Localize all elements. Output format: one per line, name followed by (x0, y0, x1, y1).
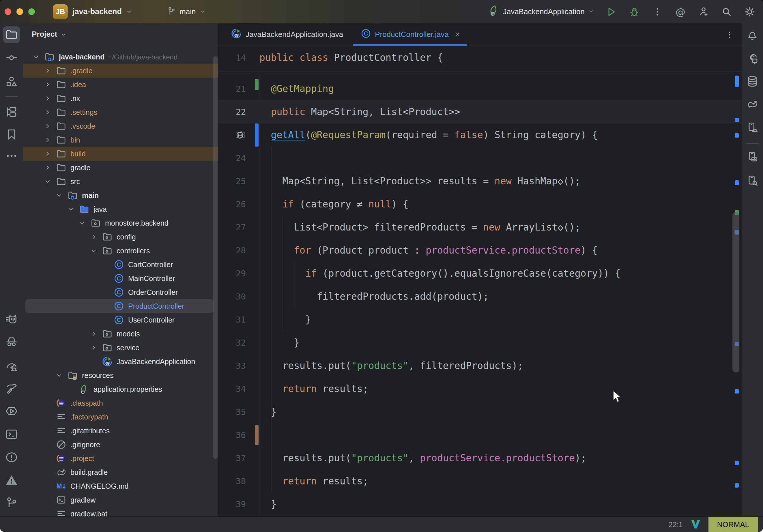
structure-icon[interactable] (3, 73, 20, 90)
zoom-window-button[interactable] (28, 8, 35, 15)
tree-item-service[interactable]: service (23, 341, 218, 355)
code-line-36[interactable]: 36 (218, 424, 742, 447)
cat-icon[interactable] (3, 311, 20, 328)
chevron-collapsed-icon[interactable] (43, 93, 53, 103)
profiler-icon[interactable] (3, 358, 20, 375)
tree-item-build[interactable]: build (23, 147, 218, 161)
tree-item--project[interactable]: .project (23, 452, 218, 465)
ideavim-v-icon[interactable] (690, 519, 701, 531)
tree-item--nx[interactable]: .nx (23, 91, 218, 105)
line-number[interactable]: 31 (218, 308, 258, 331)
tree-item-javabackendapplication[interactable]: JavaBackendApplication (23, 355, 218, 369)
tree-item-build-gradle[interactable]: build.gradle (23, 465, 218, 479)
line-number[interactable]: 30 (218, 285, 258, 308)
line-number[interactable]: 22 (218, 100, 258, 124)
code-line-30[interactable]: 30 filteredProducts.add(product); (218, 285, 742, 308)
line-number[interactable]: 34 (218, 377, 258, 400)
tree-item-application-properties[interactable]: application.properties (23, 382, 218, 396)
line-number[interactable]: 28 (218, 239, 258, 262)
close-window-button[interactable] (5, 8, 11, 15)
line-number[interactable]: 25 (218, 170, 258, 193)
minimize-window-button[interactable] (16, 8, 23, 15)
editor-options-kebab-icon[interactable] (724, 29, 735, 41)
chevron-collapsed-icon[interactable] (89, 343, 99, 353)
tree-item--gitignore[interactable]: .gitignore (23, 438, 218, 452)
chevron-expanded-icon[interactable] (43, 176, 53, 186)
editor-tab-javabackendapplication-java[interactable]: JavaBackendApplication.java (222, 23, 352, 46)
device-explorer-icon[interactable] (744, 172, 761, 189)
run-configuration-selector[interactable]: JavaBackendApplication (489, 5, 595, 19)
code-line-26[interactable]: 26 if (category ≠ null) { (218, 193, 742, 216)
tree-item-resources[interactable]: resources (23, 369, 218, 382)
editor-tab-productcontroller-java[interactable]: CProductController.java× (352, 23, 468, 46)
database-icon[interactable] (744, 73, 761, 90)
project-panel-header[interactable]: Project (32, 30, 67, 39)
tree-item-java-backend[interactable]: java-backend~/Github/java-backend (23, 50, 218, 64)
analysis-stripe-mark[interactable] (735, 75, 739, 87)
running-devices-icon[interactable] (744, 148, 761, 165)
tree-item-src[interactable]: src (23, 174, 218, 188)
line-number[interactable]: 32 (218, 331, 258, 354)
chevron-expanded-icon[interactable] (31, 52, 41, 62)
tree-item--vscode[interactable]: .vscode (23, 119, 218, 133)
analysis-stripe-mark[interactable] (735, 461, 739, 465)
code-line-33[interactable]: 33 results.put("products", filteredProdu… (218, 354, 742, 377)
tree-item-changelog-md[interactable]: MCHANGELOG.md (23, 479, 218, 493)
analysis-stripe-mark[interactable] (735, 389, 739, 393)
hexagon-play-icon[interactable] (3, 403, 20, 419)
code-line-24[interactable]: 24 (218, 147, 742, 170)
chevron-expanded-icon[interactable] (66, 204, 76, 214)
search-icon[interactable] (720, 5, 733, 18)
terminal-icon[interactable] (3, 426, 20, 443)
notifications-bell-icon[interactable] (744, 27, 761, 43)
more-tools-icon[interactable] (3, 148, 20, 164)
tree-item-usercontroller[interactable]: CUserController (23, 313, 218, 327)
analysis-stripe-mark[interactable] (735, 118, 739, 122)
line-number[interactable]: 33 (218, 354, 258, 377)
line-number[interactable]: 24 (218, 147, 258, 170)
editor-scrollbar[interactable] (732, 212, 739, 372)
line-number[interactable]: 36 (218, 424, 258, 447)
chevron-collapsed-icon[interactable] (43, 80, 53, 89)
settings-gear-icon[interactable] (743, 5, 756, 18)
tree-item-ordercontroller[interactable]: COrderController (23, 285, 218, 299)
code-line-31[interactable]: 31 } (218, 308, 742, 331)
project-scrollbar[interactable] (213, 56, 218, 459)
code-line-22[interactable]: 22 public Map<String, List<Product>> (218, 100, 742, 124)
code-line-21[interactable]: 21 @GetMapping (218, 77, 742, 100)
add-user-icon[interactable] (697, 5, 710, 18)
chevron-collapsed-icon[interactable] (43, 121, 53, 131)
incognito-icon[interactable] (3, 334, 20, 350)
code-line-39[interactable]: 39 } (218, 493, 742, 516)
vcs-branch-icon[interactable] (3, 494, 20, 511)
tree-item-cartcontroller[interactable]: CCartController (23, 258, 218, 271)
vim-mode-badge[interactable]: NORMAL (708, 517, 758, 532)
code-line-25[interactable]: 25 Map<String, List<Product>> results = … (218, 170, 742, 193)
tree-item--idea[interactable]: .idea (23, 78, 218, 91)
line-number[interactable]: 27 (218, 216, 258, 239)
branch-switcher[interactable]: main (179, 7, 196, 16)
line-number[interactable]: 26 (218, 193, 258, 216)
code-line-37[interactable]: 37 results.put("products", productServic… (218, 447, 742, 470)
code-line-38[interactable]: 38 return results; (218, 470, 742, 493)
code-line-14[interactable]: 14public class ProductController { (218, 46, 742, 69)
tree-item-models[interactable]: models (23, 327, 218, 341)
chevron-collapsed-icon[interactable] (43, 107, 53, 117)
chevron-collapsed-icon[interactable] (43, 163, 53, 172)
analysis-stripe-mark[interactable] (735, 180, 739, 185)
line-number[interactable]: 21 (218, 77, 258, 100)
debug-button[interactable] (628, 5, 641, 18)
chevron-collapsed-icon[interactable] (43, 135, 53, 145)
project-folder-icon[interactable] (3, 26, 20, 43)
device-manager-icon[interactable] (744, 119, 761, 136)
endpoint-globe-icon[interactable] (235, 130, 246, 141)
tree-item-java[interactable]: java (23, 202, 218, 216)
build-hammer-icon[interactable] (3, 380, 20, 397)
chevron-collapsed-icon[interactable] (89, 232, 99, 242)
warning-icon[interactable] (3, 472, 20, 488)
ai-assistant-icon[interactable] (744, 50, 761, 67)
code-line-35[interactable]: 35 } (218, 400, 742, 424)
tree-item--gitattributes[interactable]: .gitattributes (23, 424, 218, 438)
line-number[interactable]: 38 (218, 470, 258, 493)
tree-item-monostore-backend[interactable]: monostore.backend (23, 216, 218, 230)
